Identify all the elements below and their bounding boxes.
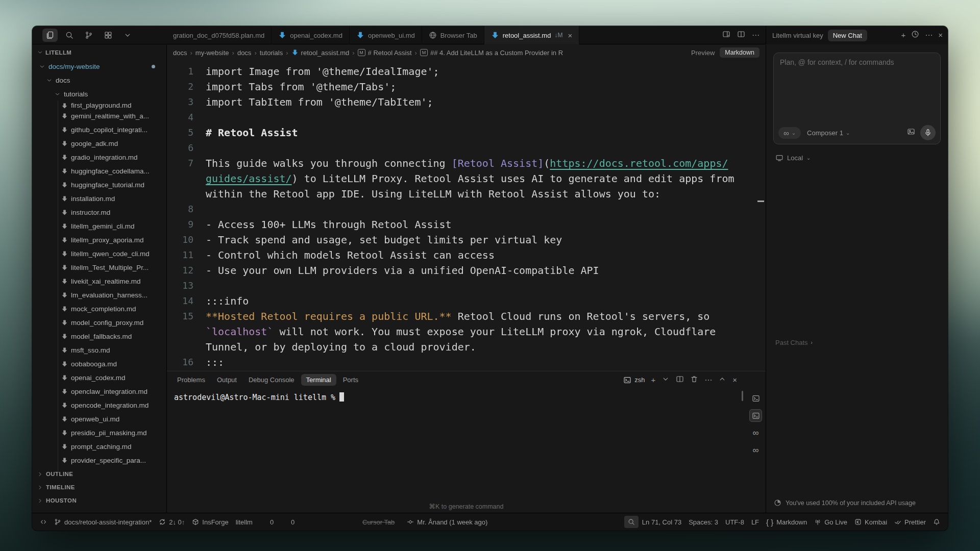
file-item-gemini-realtime-with-a[interactable]: gemini_realtime_with_a... — [32, 109, 166, 123]
status-item-2-0[interactable]: 2↓ 0↑ — [155, 516, 188, 528]
editor-line[interactable]: 12- Use your own LLM providers via a uni… — [167, 263, 766, 278]
file-item-installation-md[interactable]: installation.md — [32, 192, 166, 206]
file-item-prompt-caching-md[interactable]: prompt_caching.md — [32, 440, 166, 454]
file-item-huggingface-codellama[interactable]: huggingface_codellama... — [32, 164, 166, 178]
editor-line[interactable]: within the Retool app IDE. Using LiteLLM… — [167, 186, 766, 202]
model-selector[interactable]: ∞ ⌄ — [778, 127, 801, 139]
file-item-mock-completion-md[interactable]: mock_completion.md — [32, 302, 166, 316]
terminal-chevron-up-button[interactable] — [718, 375, 726, 385]
breadcrumb-item-my-website[interactable]: my-website — [195, 49, 229, 57]
status-item-litellm[interactable]: litellm — [232, 516, 256, 528]
file-item-first-playground-md[interactable]: first_playground.md — [32, 101, 166, 109]
tab-browser-tab[interactable]: Browser Tab — [422, 26, 484, 44]
folder-item-docs-my-website[interactable]: docs/my-website — [32, 60, 166, 73]
file-item-openai-codex-md[interactable]: openai_codex.md — [32, 371, 166, 385]
tab-openweb-ui-md[interactable]: openweb_ui.md — [350, 26, 422, 44]
file-item-instructor-md[interactable]: instructor.md — [32, 206, 166, 219]
terminal-ellipsis-button[interactable]: ⋯ — [704, 376, 712, 384]
attach-image-button[interactable] — [907, 128, 915, 138]
cursor-tab-toggle[interactable]: Cursor Tab — [359, 516, 398, 528]
file-item-litellm-proxy-aporia-md[interactable]: litellm_proxy_aporia.md — [32, 233, 166, 247]
editor-line[interactable]: 2import Tabs from '@theme/Tabs'; — [167, 79, 766, 94]
file-item-oobabooga-md[interactable]: oobabooga.md — [32, 357, 166, 371]
activity-search-button[interactable] — [62, 29, 77, 42]
mic-button[interactable] — [920, 125, 936, 140]
activity-extensions-button[interactable] — [101, 29, 116, 42]
terminal-close-button[interactable]: × — [732, 376, 737, 384]
breadcrumb-item-4-add-litellm-as-a-custom-provider-in-r[interactable]: M## 4. Add LiteLLM as a Custom Provider … — [420, 49, 563, 57]
split-button[interactable] — [737, 30, 745, 40]
preview-button[interactable]: Preview — [691, 49, 715, 57]
file-item-openclaw-integration-md[interactable]: openclaw_integration.md — [32, 385, 166, 398]
tab-retool-assist-md[interactable]: retool_assist.md↓M× — [484, 26, 579, 44]
file-item-model-config-proxy-md[interactable]: model_config_proxy.md — [32, 316, 166, 330]
editor-line[interactable]: 15**Hosted Retool requires a public URL.… — [167, 309, 766, 324]
status-item-markdown[interactable]: { }Markdown — [763, 516, 811, 528]
editor-line[interactable]: 13 — [167, 278, 766, 293]
tab-gration-doc-d075fd58-plan-md[interactable]: gration_doc_d075fd58.plan.md — [166, 26, 272, 44]
editor-line[interactable]: 8 — [167, 202, 766, 217]
file-item-litellm-qwen-code-cli-md[interactable]: litellm_qwen_code_cli.md — [32, 247, 166, 261]
status-item-kombai[interactable]: Kombai — [851, 516, 891, 528]
explorer-root-header[interactable]: LITELLM — [32, 45, 166, 60]
activity-git-branch-button[interactable] — [81, 29, 96, 42]
editor-line[interactable]: 6 — [167, 140, 766, 156]
editor-line[interactable]: 7This guide walks you through connecting… — [167, 156, 766, 171]
file-item-github-copilot-integrati[interactable]: github_copilot_integrati... — [32, 123, 166, 137]
status-item-search[interactable] — [624, 516, 639, 528]
mode-badge[interactable]: Markdown — [720, 47, 760, 58]
status-item-go-live[interactable]: Go Live — [811, 516, 851, 528]
ellipsis-button[interactable]: ⋯ — [925, 31, 933, 40]
activity-chevron-down-button[interactable] — [120, 29, 135, 42]
terminal-trash-button[interactable] — [690, 375, 698, 385]
terminal-instance-infinity[interactable]: ∞ — [749, 444, 762, 457]
file-item-litellm-test-multiple-pr[interactable]: litellm_Test_Multiple_Pr... — [32, 261, 166, 274]
file-item-openweb-ui-md[interactable]: openweb_ui.md — [32, 412, 166, 426]
editor[interactable]: 1import Image from '@theme/IdealImage';2… — [167, 60, 766, 371]
sidebar-section-timeline[interactable]: TIMELINE — [32, 481, 166, 494]
folder-item-docs[interactable]: docs — [32, 73, 166, 87]
panel-tab-terminal[interactable]: Terminal — [301, 374, 336, 386]
status-item-bell[interactable] — [929, 516, 944, 528]
status-item-prettier[interactable]: Prettier — [891, 516, 929, 528]
chat-tab-key[interactable]: Litellm virtual key — [772, 32, 823, 39]
file-item-google-adk-md[interactable]: google_adk.md — [32, 137, 166, 151]
env-selector[interactable]: Local ⌄ — [775, 154, 811, 162]
file-item-model-fallbacks-md[interactable]: model_fallbacks.md — [32, 330, 166, 343]
chat-input[interactable] — [780, 58, 935, 119]
close-icon[interactable]: × — [568, 31, 572, 40]
shell-chip[interactable]: zsh — [623, 376, 645, 384]
file-item-huggingface-tutorial-md[interactable]: huggingface_tutorial.md — [32, 178, 166, 192]
editor-line[interactable]: 11- Control which models Retool Assist c… — [167, 247, 766, 263]
status-item-0[interactable]: 0 — [277, 516, 298, 528]
panel-tab-ports[interactable]: Ports — [338, 374, 363, 386]
chat-tab-new[interactable]: New Chat — [828, 30, 867, 41]
terminal-instance-terminal[interactable] — [749, 392, 762, 405]
file-item-litellm-gemini-cli-md[interactable]: litellm_gemini_cli.md — [32, 219, 166, 233]
file-item-msft-sso-md[interactable]: msft_sso.md — [32, 343, 166, 357]
editor-line[interactable]: 1import Image from '@theme/IdealImage'; — [167, 64, 766, 79]
folder-item-tutorials[interactable]: tutorials — [32, 87, 166, 101]
status-item-ln-71-col-73[interactable]: Ln 71, Col 73 — [639, 516, 685, 528]
status-item-0[interactable]: 0 — [256, 516, 277, 528]
editor-line[interactable]: Tunnel, or by deploying to a cloud provi… — [167, 339, 766, 355]
breadcrumb-item-retool-assist-md[interactable]: retool_assist.md — [291, 49, 350, 57]
terminal-content[interactable]: astrodevil@Astro-Mac-mini litellm % — [167, 388, 766, 402]
panel-tab-problems[interactable]: Problems — [172, 374, 210, 386]
breadcrumb-item-docs[interactable]: docs — [173, 49, 187, 57]
composer-selector[interactable]: Composer 1 ⌄ — [807, 129, 850, 137]
breadcrumb-item-tutorials[interactable]: tutorials — [260, 49, 283, 57]
sidebar-section-outline[interactable]: OUTLINE — [32, 467, 166, 481]
status-item-spaces-3[interactable]: Spaces: 3 — [685, 516, 722, 528]
status-item-remote[interactable] — [36, 516, 51, 528]
editor-line[interactable]: 14:::info — [167, 293, 766, 309]
terminal-split-button[interactable] — [676, 375, 684, 385]
file-item-gradio-integration-md[interactable]: gradio_integration.md — [32, 151, 166, 164]
editor-line[interactable]: 3import TabItem from '@theme/TabItem'; — [167, 94, 766, 110]
terminal-scrollbar[interactable] — [742, 391, 743, 401]
activity-files-button[interactable] — [42, 29, 58, 42]
close-button[interactable]: × — [938, 31, 943, 40]
file-item-livekit-xai-realtime-md[interactable]: livekit_xai_realtime.md — [32, 274, 166, 288]
file-item-opencode-integration-md[interactable]: opencode_integration.md — [32, 398, 166, 412]
terminal-instance-infinity[interactable]: ∞ — [749, 427, 762, 439]
